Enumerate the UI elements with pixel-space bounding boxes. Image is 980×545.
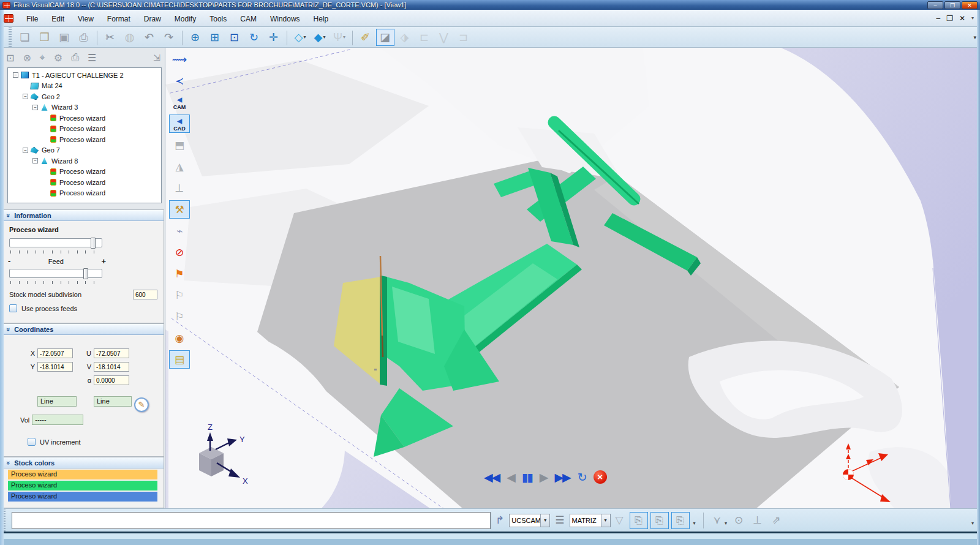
pin-panel-icon[interactable]: ⇲	[153, 53, 160, 62]
tool-stock-icon[interactable]: ⊥	[169, 179, 190, 197]
slider-thumb[interactable]	[91, 238, 96, 249]
rotate-view-icon[interactable]: ↻	[245, 29, 263, 46]
snap-mode-icon[interactable]: ⋎	[714, 514, 721, 527]
clamp-icon[interactable]: ⊐	[454, 29, 473, 46]
xy-mode-field[interactable]: Line	[37, 396, 77, 407]
undo-icon[interactable]: ↶	[140, 29, 159, 46]
wire-tool-icon[interactable]: ⚒	[169, 200, 190, 219]
wireframe-view-icon[interactable]: ◇ ▾	[291, 29, 309, 46]
y-input[interactable]	[37, 362, 73, 372]
flag-tool-icon[interactable]: ⚐	[169, 286, 190, 304]
tree-item[interactable]: Proceso wizard	[8, 124, 161, 135]
tree-item[interactable]: − Wizard 3	[8, 102, 161, 113]
pan-icon[interactable]: ✛	[265, 29, 283, 46]
expander-icon[interactable]: −	[32, 158, 38, 164]
cad-tree-icon[interactable]: ◂ CAD	[169, 115, 190, 133]
stock-color-row-3[interactable]: Proceso wizard	[8, 492, 157, 502]
preview-icon[interactable]: ⊡	[6, 52, 14, 64]
u-input[interactable]	[94, 348, 129, 358]
stock-color-row-2[interactable]: Proceso wizard	[8, 481, 157, 491]
shaded-view-icon[interactable]: ◆ ▾	[311, 29, 329, 46]
expander-icon[interactable]: −	[32, 105, 38, 110]
menu-file[interactable]: File	[20, 12, 45, 26]
subdivision-input[interactable]	[133, 290, 157, 299]
save-icon[interactable]: ▣	[55, 29, 74, 46]
tool-offset-icon[interactable]: ⌁	[169, 222, 190, 240]
dropdown-arrow-icon[interactable]: ▾	[303, 34, 306, 40]
uv-increment-checkbox[interactable]	[28, 438, 36, 446]
new-file-icon[interactable]: ❏	[16, 29, 34, 46]
zoom-fit-icon[interactable]: ⊡	[225, 29, 244, 46]
layer-select-arrow-icon[interactable]: ▾	[601, 514, 610, 527]
zoom-in-icon[interactable]: ⊕	[186, 29, 205, 46]
information-header[interactable]: » Information	[2, 210, 164, 221]
filter-icon[interactable]: ▽	[616, 514, 624, 527]
pick-overflow-icon[interactable]: ▾	[693, 521, 696, 526]
dropdown-arrow-icon[interactable]: ▾	[323, 34, 325, 40]
menu-cam[interactable]: CAM	[233, 12, 263, 26]
feed-slider[interactable]	[9, 269, 102, 278]
measure-icon[interactable]: ✐	[356, 29, 375, 46]
no-draw-icon[interactable]: ⊘	[169, 243, 190, 261]
edit-coordinates-icon[interactable]: ✎	[134, 397, 149, 412]
step-back-button[interactable]: ◀	[507, 472, 514, 483]
tree-item[interactable]: Proceso wizard	[8, 134, 161, 145]
stock-colors-icon[interactable]: ▤	[169, 350, 190, 369]
flag-pause-icon[interactable]: ⚐	[169, 307, 190, 326]
maximize-button[interactable]: ❐	[944, 1, 960, 9]
post-process-icon[interactable]: ⊏	[415, 29, 434, 46]
tree-item[interactable]: − Geo 7	[8, 145, 161, 156]
pick-curve-icon-2[interactable]: ⎘	[650, 512, 669, 529]
menu-draw[interactable]: Draw	[137, 12, 168, 26]
menu-edit[interactable]: Edit	[45, 12, 71, 26]
toolbar-overflow-icon[interactable]: ▾	[973, 34, 976, 40]
bottombar-overflow-icon[interactable]: ▾	[971, 521, 974, 526]
layer-select[interactable]: MATRIZ ▾	[570, 514, 611, 527]
3d-viewport[interactable]: Z Y X ⟿	[165, 48, 977, 508]
perpendicular-snap-icon[interactable]: ⊥	[753, 514, 762, 527]
tree-item[interactable]: Proceso wizard	[8, 167, 161, 178]
menu-view[interactable]: View	[71, 12, 100, 26]
filter-program-icon[interactable]: ⋁	[435, 29, 453, 46]
tree-item[interactable]: − T1 - AGIECUT CHALLENGE 2	[8, 70, 161, 81]
ucs-select[interactable]: UCSCAM ▾	[509, 514, 550, 527]
machining-sim-icon[interactable]: ⬗	[396, 29, 414, 46]
tree-item[interactable]: Proceso wizard	[8, 113, 161, 124]
3d-scene[interactable]: Z Y X	[165, 48, 977, 508]
redo-icon[interactable]: ↷	[160, 29, 178, 46]
skip-start-button[interactable]: ◀◀	[484, 472, 499, 483]
solid-part-icon[interactable]: ◮	[169, 157, 190, 176]
tree-item[interactable]: − Wizard 8	[8, 156, 161, 167]
zoom-window-icon[interactable]: ⊞	[206, 29, 224, 46]
print-icon[interactable]: ⎙	[75, 29, 93, 46]
cam-tree-icon[interactable]: ◂ CAM	[169, 93, 190, 111]
minimize-button[interactable]: –	[927, 1, 943, 9]
machine-icon[interactable]: ⚙	[54, 52, 62, 64]
tree-item[interactable]: − Geo 2	[8, 91, 161, 102]
report-icon[interactable]: ⎙	[71, 52, 79, 64]
snap-arrow-icon[interactable]: ▾	[725, 521, 727, 526]
open-file-icon[interactable]: ❒	[36, 29, 54, 46]
ucs-select-arrow-icon[interactable]: ▾	[540, 514, 549, 527]
pause-button[interactable]: ▮▮	[522, 472, 532, 483]
tree-item[interactable]: Proceso wizard	[8, 177, 161, 188]
use-process-feeds-checkbox[interactable]	[9, 304, 17, 312]
pick-curve-icon-3[interactable]: ⎘	[671, 512, 690, 529]
coordinates-header[interactable]: » Coordinates	[2, 324, 164, 335]
mdi-minimize-button[interactable]: –	[936, 14, 940, 23]
close-button[interactable]: ✕	[962, 1, 978, 9]
menu-help[interactable]: Help	[307, 12, 336, 26]
pick-measure-icon[interactable]: ⌖	[40, 52, 45, 64]
x-input[interactable]	[37, 348, 73, 358]
menu-format[interactable]: Format	[100, 12, 137, 26]
tangent-snap-icon[interactable]: ⇗	[772, 514, 780, 527]
menu-overflow-icon[interactable]: ▾	[971, 15, 974, 21]
layers-stack-icon[interactable]: ☰	[555, 514, 564, 527]
render-stock-icon[interactable]: ◉	[169, 329, 190, 347]
tree-item[interactable]: Mat 24	[8, 81, 161, 92]
mdi-restore-button[interactable]: ❐	[946, 14, 953, 23]
command-input[interactable]	[12, 512, 491, 529]
wire-path-icon[interactable]: ⟿	[169, 50, 190, 69]
dropdown-arrow-icon[interactable]: ▾	[343, 34, 345, 40]
stock-block-icon[interactable]: ⬒	[169, 136, 190, 154]
